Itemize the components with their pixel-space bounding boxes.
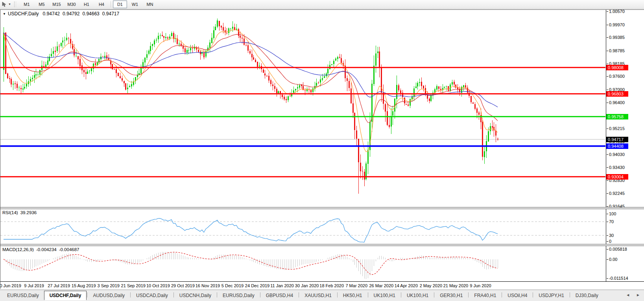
chart-tab-eurusd-daily[interactable]: EURUSD,Daily xyxy=(2,292,44,300)
date-tick: 14 Apr 2020 xyxy=(395,283,418,288)
moving-average-21-line xyxy=(4,33,498,123)
date-tick: 24 Dec 2019 xyxy=(245,283,269,288)
toolbar-grip-handle[interactable] xyxy=(14,2,16,7)
chart-tab-ger30-h1[interactable]: GER30,H1 xyxy=(435,292,468,300)
tab-scroll-left-button[interactable]: ◄ xyxy=(626,292,630,298)
price-tick: 0.99970 xyxy=(609,22,625,28)
toolbar-separator xyxy=(111,1,111,7)
date-tick: 2 May 2020 xyxy=(420,283,442,288)
price-pane: ▼ USDCHF,Daily 0.94742 0.94792 0.94663 0… xyxy=(0,10,644,207)
date-tick: 11 Jan 2020 xyxy=(270,283,294,288)
date-axis[interactable]: 20 Jun 20199 Jul 201927 Jul 201915 Aug 2… xyxy=(0,281,644,290)
timeframe-button-m15[interactable]: M15 xyxy=(50,0,64,8)
price-axis[interactable]: 1.005700.999700.993850.987850.981850.976… xyxy=(606,10,644,207)
chart-tab-uk100-h1[interactable]: UK100,H1 xyxy=(369,292,400,300)
rsi-tick: 100 xyxy=(609,211,616,217)
chart-tab-dj30-daily[interactable]: DJ30,Daily xyxy=(570,292,603,300)
moving-average-55-line xyxy=(4,33,498,107)
date-tick: 29 Oct 2019 xyxy=(171,283,195,288)
quote-open: 0.94742 xyxy=(43,11,60,17)
macd-label: MACD(12,26,9)-0.004234-0.004687 xyxy=(2,247,81,252)
date-tick: 26 Mar 2020 xyxy=(369,283,393,288)
tab-separator xyxy=(173,292,174,297)
macd-signal-line xyxy=(4,252,498,275)
date-tick: 21 Sep 2019 xyxy=(121,283,146,288)
cursor-icon xyxy=(2,2,7,7)
tab-separator xyxy=(468,292,469,297)
title-marker-icon[interactable]: ▼ xyxy=(3,12,6,16)
date-tick: 3 Sep 2019 xyxy=(98,283,120,288)
rsi-indicator-chart xyxy=(0,209,605,244)
rsi-tick: 30 xyxy=(609,233,614,238)
price-tick: 0.99385 xyxy=(609,35,625,40)
rsi-value: 39.2936 xyxy=(20,210,37,215)
macd-tick: 0.005818 xyxy=(609,247,627,252)
chart-pointer-tool-icon[interactable] xyxy=(1,1,8,7)
tool-dropdown-caret-icon[interactable]: ▼ xyxy=(8,3,11,6)
price-tick: 0.98785 xyxy=(609,48,625,53)
timeframe-button-d1[interactable]: D1 xyxy=(113,0,127,8)
macd-axis[interactable]: 0.0058180.00-0.011514 xyxy=(606,246,644,281)
price-line-tag: 0.94408 xyxy=(606,143,628,149)
timeframe-button-m5[interactable]: M5 xyxy=(35,0,49,8)
price-chart-plot[interactable]: ▼ USDCHF,Daily 0.94742 0.94792 0.94663 0… xyxy=(0,10,606,207)
macd-value: -0.004234 xyxy=(36,247,57,252)
chart-tab-eurusd-daily[interactable]: EURUSD,Daily xyxy=(218,292,260,300)
date-tick: 16 Nov 2019 xyxy=(196,283,220,288)
rsi-name: RSI(14) xyxy=(2,210,18,215)
rsi-pane: RSI(14)39.2936 10070300 xyxy=(0,209,644,244)
chart-tab-audusd-daily[interactable]: AUDUSD,Daily xyxy=(88,292,130,300)
timeframe-button-m30[interactable]: M30 xyxy=(65,0,79,8)
chart-tab-fra40-h1[interactable]: FRA40,H1 xyxy=(469,292,501,300)
tab-separator xyxy=(337,292,338,297)
date-tick: 15 Aug 2019 xyxy=(72,283,96,288)
tab-scroll-buttons: ◄ ► xyxy=(626,292,640,298)
macd-signal-value: -0.004687 xyxy=(59,247,79,252)
timeframe-button-h4[interactable]: H4 xyxy=(94,0,109,8)
price-line-tag: 0.95758 xyxy=(606,114,628,119)
tab-separator xyxy=(502,292,502,297)
tab-separator xyxy=(87,292,87,297)
tab-separator xyxy=(570,292,570,297)
chart-tab-usdjpy-h1[interactable]: USDJPY,H1 xyxy=(533,292,569,300)
macd-pane: MACD(12,26,9)-0.004234-0.004687 0.005818… xyxy=(0,246,644,281)
chart-tab-xauusd-h1[interactable]: XAUUSD,H1 xyxy=(299,292,337,300)
date-tick: 10 Oct 2019 xyxy=(146,283,170,288)
price-tick: 0.97600 xyxy=(609,74,625,79)
chart-title: ▼ USDCHF,Daily 0.94742 0.94792 0.94663 0… xyxy=(3,11,122,17)
candles xyxy=(3,18,498,194)
price-tick: 1.00570 xyxy=(609,10,625,14)
timeframe-button-mn[interactable]: MN xyxy=(143,0,157,8)
macd-indicator-chart xyxy=(0,246,605,281)
date-tick: 21 May 2020 xyxy=(443,283,469,288)
tab-scroll-right-button[interactable]: ► xyxy=(636,292,640,298)
timeframe-button-w1[interactable]: W1 xyxy=(128,0,142,8)
chart-tab-uk100-h1[interactable]: UK100,H1 xyxy=(402,292,434,300)
macd-histogram xyxy=(4,252,498,279)
date-tick: 7 Mar 2020 xyxy=(345,283,367,288)
chart-tab-usoil-h4[interactable]: USOil,H4 xyxy=(502,292,532,300)
chart-tab-usdcad-daily[interactable]: USDCAD,Daily xyxy=(131,292,173,300)
price-tick: 0.96400 xyxy=(609,100,625,105)
quote-close: 0.94717 xyxy=(102,11,119,17)
chart-tab-usdcnh-daily[interactable]: USDCNH,Daily xyxy=(174,292,216,300)
rsi-tick: 0 xyxy=(609,239,611,244)
date-tick: 9 Jul 2019 xyxy=(24,283,44,288)
tab-separator xyxy=(260,292,260,297)
timeframe-button-m1[interactable]: M1 xyxy=(20,0,34,8)
macd-plot[interactable]: MACD(12,26,9)-0.004234-0.004687 xyxy=(0,246,606,281)
chart-tab-gbpusd-h4[interactable]: GBPUSD,H4 xyxy=(261,292,298,300)
tab-separator xyxy=(217,292,217,297)
chart-tab-hk50-h1[interactable]: HK50,H1 xyxy=(338,292,367,300)
timeframe-button-h1[interactable]: H1 xyxy=(79,0,94,8)
price-tick: 0.93430 xyxy=(609,165,625,170)
symbol-period-label: USDCHF,Daily xyxy=(8,11,39,17)
tab-separator xyxy=(401,292,401,297)
date-tick: 20 Jun 2019 xyxy=(0,283,21,288)
rsi-tick: 70 xyxy=(609,219,614,224)
rsi-plot[interactable]: RSI(14)39.2936 xyxy=(0,209,606,244)
rsi-axis[interactable]: 10070300 xyxy=(606,209,644,244)
top-toolbar: ▼ M1M5M15M30H1H4D1W1MN xyxy=(0,0,644,9)
date-tick: 18 Feb 2020 xyxy=(319,283,344,288)
chart-tab-usdchf-daily[interactable]: USDCHF,Daily xyxy=(44,291,87,300)
